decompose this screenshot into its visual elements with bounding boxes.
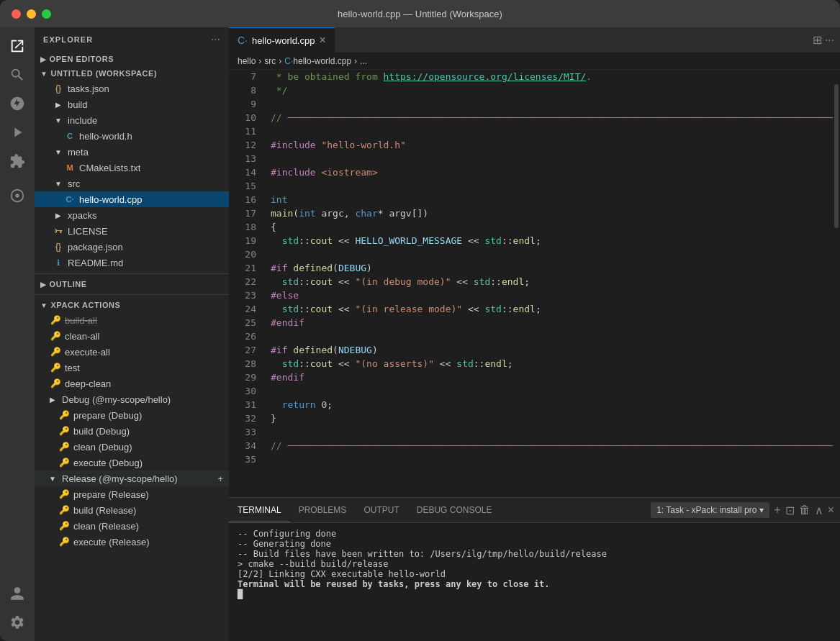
xpack-prepare-release[interactable]: 🔑 prepare (Release)	[35, 486, 229, 502]
terminal-line: -- Configuring done	[238, 529, 831, 539]
file-package-json[interactable]: {} package.json	[35, 239, 229, 255]
explorer-activity-icon[interactable]	[4, 33, 30, 59]
split-editor-icon[interactable]: ⊞	[813, 33, 822, 47]
terminal-tab-bar: TERMINAL PROBLEMS OUTPUT DEBUG CONSOLE 1…	[229, 498, 840, 523]
extensions-activity-icon[interactable]	[4, 148, 30, 174]
run-activity-icon[interactable]	[4, 119, 30, 145]
xpack-release-scope[interactable]: ▼ Release (@my-scope/hello) +	[35, 470, 229, 486]
file-label: hello-world.h	[79, 131, 132, 142]
terminal-task-dropdown[interactable]: 1: Task - xPack: install pro ▾	[651, 502, 769, 518]
dropdown-chevron-icon: ▾	[759, 505, 764, 515]
file-hello-world-h[interactable]: C hello-world.h	[35, 128, 229, 144]
xpack-label: build-all	[65, 315, 97, 326]
folder-label: include	[68, 115, 97, 126]
xpack-build-release[interactable]: 🔑 build (Release)	[35, 502, 229, 518]
svg-point-1	[15, 194, 19, 198]
open-editors-section[interactable]: ▶ OPEN EDITORS	[35, 52, 229, 66]
sidebar-title: EXPLORER	[43, 35, 93, 44]
xpack-build-debug[interactable]: 🔑 build (Debug)	[35, 423, 229, 439]
titlebar: hello-world.cpp — Untitled (Workspace)	[0, 0, 840, 27]
xpack-clean-all[interactable]: 🔑 clean-all	[35, 328, 229, 344]
minimize-button[interactable]	[27, 9, 36, 19]
file-label: tasks.json	[68, 83, 109, 94]
github-activity-icon[interactable]	[4, 183, 30, 209]
sidebar-more-actions[interactable]: ···	[211, 33, 220, 46]
file-tasks-json[interactable]: {} tasks.json	[35, 81, 229, 96]
terminal-tab-terminal[interactable]: TERMINAL	[229, 498, 290, 522]
output-tab-label: OUTPUT	[363, 505, 399, 515]
terminal-output[interactable]: -- Configuring done -- Generating done -…	[229, 523, 840, 641]
outline-section[interactable]: ▶ OUTLINE	[35, 277, 229, 291]
terminal-tab-output[interactable]: OUTPUT	[355, 498, 407, 522]
terminal-tab-debug-console[interactable]: DEBUG CONSOLE	[408, 498, 501, 522]
folder-include[interactable]: ▼ include	[35, 112, 229, 128]
editor-body: 7891011 1213141516 1718192021 2223242526…	[229, 70, 833, 497]
sidebar: EXPLORER ··· ▶ OPEN EDITORS ▼ UNTITLED (…	[35, 27, 229, 641]
editor-scrollbar[interactable]	[833, 70, 840, 497]
tab-bar: C· hello-world.cpp × ⊞ ···	[229, 27, 840, 53]
xpack-execute-debug[interactable]: 🔑 execute (Debug)	[35, 455, 229, 470]
close-panel-icon[interactable]: ×	[828, 504, 834, 517]
xpack-build-all[interactable]: 🔑 build-all	[35, 312, 229, 328]
folder-meta[interactable]: ▼ meta	[35, 144, 229, 160]
xpack-section[interactable]: ▼ XPACK ACTIONS	[35, 298, 229, 312]
file-readme[interactable]: ℹ README.md	[35, 255, 229, 271]
scrollbar-thumb[interactable]	[834, 84, 839, 228]
code-content[interactable]: * be obtained from https://opensource.or…	[265, 70, 833, 497]
terminal-cursor: █	[238, 589, 831, 599]
account-activity-icon[interactable]	[4, 581, 30, 606]
xpack-label: clean (Debug)	[73, 442, 132, 453]
maximize-button[interactable]	[42, 9, 51, 19]
workspace-section[interactable]: ▼ UNTITLED (WORKSPACE)	[35, 66, 229, 81]
file-cmakelists[interactable]: M CMakeLists.txt	[35, 160, 229, 176]
xpack-clean-release[interactable]: 🔑 clean (Release)	[35, 518, 229, 534]
xpack-clean-debug[interactable]: 🔑 clean (Debug)	[35, 439, 229, 455]
terminal-tab-problems[interactable]: PROBLEMS	[290, 498, 356, 522]
xpack-execute-all[interactable]: 🔑 execute-all	[35, 344, 229, 360]
xpack-prepare-debug[interactable]: 🔑 prepare (Debug)	[35, 407, 229, 423]
debug-console-tab-label: DEBUG CONSOLE	[417, 505, 492, 515]
xpack-label: clean (Release)	[73, 521, 139, 532]
tab-file-icon: C·	[238, 35, 248, 46]
terminal-line: > cmake --build build/release	[238, 559, 831, 569]
add-terminal-icon[interactable]: +	[774, 504, 780, 517]
xpack-label: prepare (Release)	[73, 489, 149, 500]
xpack-test[interactable]: 🔑 test	[35, 360, 229, 376]
breadcrumb-hello[interactable]: hello	[238, 56, 256, 66]
xpack-label: test	[65, 363, 80, 373]
folder-src[interactable]: ▼ src	[35, 176, 229, 191]
more-actions-icon[interactable]: ···	[825, 34, 834, 47]
folder-build[interactable]: ▶ build	[35, 96, 229, 112]
terminal-line: Terminal will be reused by tasks, press …	[238, 579, 831, 589]
xpack-label: execute (Release)	[73, 537, 150, 547]
xpack-debug-scope[interactable]: ▶ Debug (@my-scope/hello)	[35, 391, 229, 407]
traffic-lights	[12, 9, 51, 19]
breadcrumb-filename[interactable]: hello-world.cpp	[293, 56, 351, 66]
xpack-execute-release[interactable]: 🔑 execute (Release)	[35, 534, 229, 550]
xpack-label: prepare (Debug)	[73, 410, 142, 421]
maximize-panel-icon[interactable]: ∧	[815, 504, 823, 517]
tab-close-button[interactable]: ×	[319, 34, 325, 47]
terminal-area: TERMINAL PROBLEMS OUTPUT DEBUG CONSOLE 1…	[229, 497, 840, 641]
tab-hello-world-cpp[interactable]: C· hello-world.cpp ×	[229, 27, 335, 53]
source-control-activity-icon[interactable]	[4, 91, 30, 117]
file-license[interactable]: 🗝 LICENSE	[35, 223, 229, 239]
breadcrumb-symbol[interactable]: ...	[360, 56, 367, 66]
close-button[interactable]	[12, 9, 21, 19]
settings-activity-icon[interactable]	[4, 609, 30, 635]
file-hello-world-cpp[interactable]: C· hello-world.cpp	[35, 191, 229, 207]
search-activity-icon[interactable]	[4, 62, 30, 88]
xpack-label: execute-all	[65, 347, 110, 358]
folder-xpacks[interactable]: ▶ xpacks	[35, 207, 229, 223]
xpack-deep-clean[interactable]: 🔑 deep-clean	[35, 376, 229, 391]
breadcrumb-src[interactable]: src	[264, 56, 276, 66]
activity-bar	[0, 27, 35, 641]
code-editor[interactable]: 7891011 1213141516 1718192021 2223242526…	[229, 70, 840, 497]
delete-terminal-icon[interactable]: 🗑	[799, 504, 810, 517]
folder-label: meta	[68, 147, 89, 158]
terminal-line: -- Build files have been written to: /Us…	[238, 549, 831, 559]
sidebar-content: ▶ OPEN EDITORS ▼ UNTITLED (WORKSPACE) {}…	[35, 52, 229, 641]
xpack-label: execute (Debug)	[73, 458, 143, 468]
split-terminal-icon[interactable]: ⊡	[785, 504, 795, 517]
sidebar-separator2	[35, 294, 229, 295]
